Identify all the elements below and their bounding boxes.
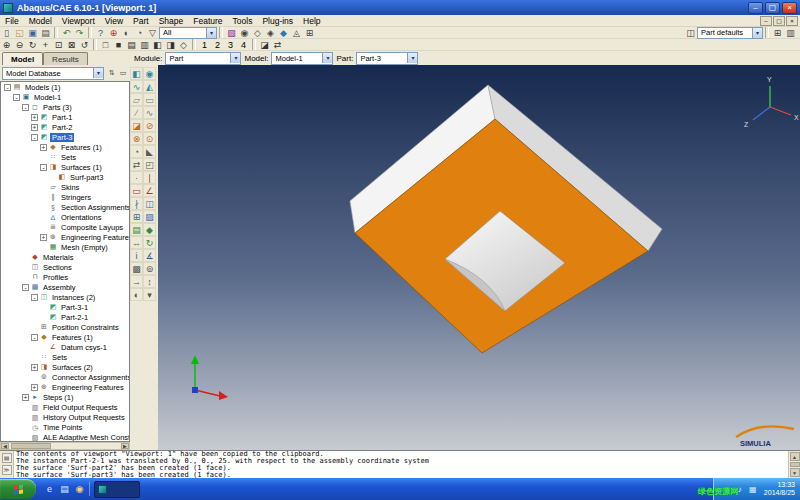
tree-item[interactable]: ▧ ALE Adaptive Mesh Constrain [1, 433, 129, 442]
create-solid-revolve-icon[interactable]: ◉ [143, 67, 156, 80]
menu-file[interactable]: File [0, 15, 24, 27]
create-round-fillet-icon[interactable]: ◔ [130, 145, 143, 158]
virtual-topology-icon[interactable]: ▩ [130, 262, 143, 275]
open-model-icon[interactable]: ◱ [13, 27, 26, 39]
partition-face-icon[interactable]: ◫ [143, 197, 156, 210]
part-combo[interactable]: Part-3 ▾ [356, 52, 418, 65]
chevron-down-icon[interactable]: ▾ [206, 28, 216, 38]
datum-plane-icon[interactable]: ▭ [130, 184, 143, 197]
tree-expander-icon[interactable]: - [31, 334, 38, 341]
tree-expander-icon[interactable]: + [31, 114, 38, 121]
render-hidden-icon[interactable]: ◈ [264, 27, 277, 39]
rotate-view-icon[interactable]: ↻ [26, 39, 39, 51]
display-group-icon[interactable]: ◔ [133, 27, 146, 39]
datum-axis-icon[interactable]: ∣ [143, 171, 156, 184]
desktop-quicklaunch-icon[interactable]: ▤ [58, 482, 71, 496]
tree-item[interactable]: ∆ Orientations [1, 212, 129, 222]
taskbar-abaqus-button[interactable] [94, 481, 140, 498]
view-config-4-button[interactable]: 4 [237, 39, 250, 51]
view-config-1-button[interactable]: 1 [198, 39, 211, 51]
tree-item[interactable]: ∷ Sets [1, 152, 129, 162]
model-database-combo[interactable]: Model Database ▾ [2, 67, 104, 80]
ie-quicklaunch-icon[interactable]: e [43, 482, 56, 496]
scrollbar-thumb[interactable] [790, 462, 800, 467]
menu-viewport[interactable]: Viewport [57, 15, 100, 27]
module-combo[interactable]: Part ▾ [165, 52, 241, 65]
menu-model[interactable]: Model [24, 15, 57, 27]
tree-item[interactable]: ◷ Time Points [1, 423, 129, 433]
tree-item[interactable]: ▱ Skins [1, 182, 129, 192]
tray-clock[interactable]: 13:33 2014/8/25 [761, 481, 795, 497]
previous-view-icon[interactable]: ↺ [78, 39, 91, 51]
edit-feature-icon[interactable]: ◆ [143, 223, 156, 236]
model-combo[interactable]: Model-1 ▾ [271, 52, 333, 65]
scroll-up-icon[interactable]: ▲ [790, 452, 800, 461]
create-shell-planar-icon[interactable]: ▭ [143, 93, 156, 106]
undo-icon[interactable]: ↶ [60, 27, 73, 39]
tree-item[interactable]: - ◻ Parts (3) [1, 102, 129, 112]
scroll-left-icon[interactable]: ◀ [1, 443, 9, 449]
view-back-icon[interactable]: ■ [112, 39, 125, 51]
tree-item[interactable]: + ◩ Part-1 [1, 112, 129, 122]
tree-item[interactable]: ◧ Surf-part3 [1, 172, 129, 182]
tree-expander-icon[interactable]: - [22, 104, 29, 111]
tree-item[interactable]: - ◩ Part-3 [1, 132, 129, 142]
tree-item[interactable]: ⊞ Position Constraints [1, 322, 129, 332]
view-config-2-button[interactable]: 2 [211, 39, 224, 51]
create-cut-sweep-icon[interactable]: ⊗ [130, 132, 143, 145]
query-icon[interactable]: ? [94, 27, 107, 39]
message-scrollbar[interactable]: ▲ ▼ [788, 451, 800, 478]
tree-expander-icon[interactable]: + [40, 144, 47, 151]
tree-item[interactable]: ▥ Field Output Requests [1, 403, 129, 413]
scale-icon[interactable]: ↕ [143, 275, 156, 288]
tree-item[interactable]: - ◆ Features (1) [1, 332, 129, 342]
sync-views-icon[interactable]: ⇄ [271, 39, 284, 51]
view-config-3-button[interactable]: 3 [224, 39, 237, 51]
create-shell-extrude-icon[interactable]: ▱ [130, 93, 143, 106]
translate-icon[interactable]: → [130, 275, 143, 288]
create-cut-extrude-icon[interactable]: ◪ [130, 119, 143, 132]
tab-results[interactable]: Results [43, 52, 88, 65]
tree-item[interactable]: ◫ Sections [1, 262, 129, 272]
mdi-minimize-button[interactable]: – [760, 16, 772, 26]
tree-item[interactable]: ∥ Stringers [1, 192, 129, 202]
display-group-filter-icon[interactable]: ▽ [146, 27, 159, 39]
chevron-down-icon[interactable]: ▾ [230, 53, 240, 63]
tree-item[interactable]: ◩ Part-3-1 [1, 302, 129, 312]
redo-icon[interactable]: ↷ [73, 27, 86, 39]
tree-item[interactable]: ⊓ Profiles [1, 272, 129, 282]
tree-item[interactable]: ⊚ Connector Assignments [1, 372, 129, 382]
box-zoom-icon[interactable]: ⊡ [52, 39, 65, 51]
tree-item[interactable]: + ⊛ Engineering Features [1, 232, 129, 242]
tree-expander-icon[interactable]: + [22, 394, 29, 401]
menu-plugins[interactable]: Plug-ins [257, 15, 298, 27]
tree-item[interactable]: - ▤ Models (1) [1, 82, 129, 92]
chevron-down-icon[interactable]: ▾ [407, 53, 417, 63]
chevron-down-icon[interactable]: ▾ [322, 53, 332, 63]
measure-icon[interactable]: ∡ [143, 249, 156, 262]
color-defaults-icon[interactable]: ◫ [684, 27, 697, 39]
render-shaded-icon[interactable]: ◆ [277, 27, 290, 39]
create-chamfer-icon[interactable]: ◣ [143, 145, 156, 158]
message-area-tab-icon[interactable]: ▤ [2, 453, 12, 463]
create-cut-revolve-icon[interactable]: ⊘ [143, 119, 156, 132]
partition-edge-icon[interactable]: ∤ [130, 197, 143, 210]
feature-manipulation-icon[interactable]: ↔ [130, 236, 143, 249]
maximize-button[interactable]: ▢ [765, 2, 780, 14]
tree-item[interactable]: ▦ Mesh (Empty) [1, 242, 129, 252]
datum-point-icon[interactable]: ∙ [130, 171, 143, 184]
perspective-icon[interactable]: ◬ [290, 27, 303, 39]
pan-view-icon[interactable]: + [39, 39, 52, 51]
tree-item[interactable]: ∠ Datum csys-1 [1, 342, 129, 352]
tree-expander-icon[interactable]: - [40, 164, 47, 171]
chevron-down-icon[interactable]: ▾ [752, 28, 762, 38]
tree-expander-icon[interactable]: - [13, 94, 20, 101]
tree-options-icon[interactable]: ▭ [118, 68, 128, 78]
menu-help[interactable]: Help [298, 15, 325, 27]
datum-csys-icon[interactable]: ∠ [143, 184, 156, 197]
chevron-down-icon[interactable]: ▾ [93, 68, 103, 78]
magnify-icon[interactable]: ⊕ [0, 39, 13, 51]
tree-item[interactable]: ∷ Sets [1, 352, 129, 362]
zoom-out-icon[interactable]: ⊖ [13, 39, 26, 51]
panel-layout-icon[interactable]: ▥ [784, 27, 797, 39]
